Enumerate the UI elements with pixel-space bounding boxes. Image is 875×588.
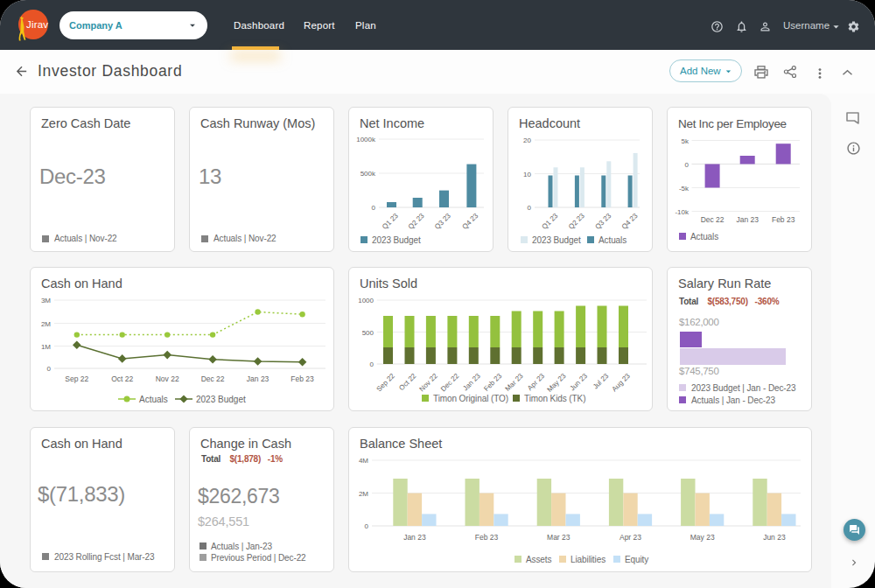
svg-text:Q2 23: Q2 23 — [407, 212, 426, 231]
svg-text:Q1 23: Q1 23 — [541, 212, 560, 231]
svg-text:Apr 23: Apr 23 — [526, 372, 546, 392]
svg-text:0: 0 — [685, 161, 690, 169]
svg-text:Feb 23: Feb 23 — [772, 215, 795, 224]
svg-text:Aug 23: Aug 23 — [611, 372, 633, 394]
svg-text:Q1 23: Q1 23 — [381, 212, 400, 231]
svg-text:Jul 23: Jul 23 — [592, 372, 611, 391]
svg-text:Feb 23: Feb 23 — [475, 533, 499, 542]
svg-text:1000k: 1000k — [356, 136, 376, 144]
svg-text:Dec 22: Dec 22 — [701, 215, 724, 224]
svg-text:Nov 22: Nov 22 — [156, 374, 179, 383]
svg-text:0: 0 — [372, 204, 376, 212]
svg-text:Dec 22: Dec 22 — [439, 372, 461, 394]
svg-text:Sep 22: Sep 22 — [65, 374, 88, 383]
svg-text:Liabilities: Liabilities — [570, 555, 606, 564]
svg-text:1000: 1000 — [358, 297, 374, 304]
svg-text:Jan 23: Jan 23 — [403, 533, 426, 542]
svg-text:Actuals: Actuals — [598, 235, 626, 245]
svg-text:Q4 23: Q4 23 — [620, 212, 640, 231]
svg-text:Feb 23: Feb 23 — [482, 372, 503, 393]
svg-text:-10k: -10k — [675, 208, 690, 216]
svg-text:Q4 23: Q4 23 — [461, 212, 480, 231]
svg-text:20: 20 — [523, 136, 531, 144]
svg-text:Timon Original (TO): Timon Original (TO) — [433, 394, 508, 403]
svg-text:4M: 4M — [359, 457, 368, 465]
svg-text:Oct 22: Oct 22 — [111, 374, 133, 383]
svg-text:2023 Budget: 2023 Budget — [372, 235, 421, 245]
svg-text:2023 Budget: 2023 Budget — [532, 235, 581, 245]
svg-text:May 23: May 23 — [546, 372, 568, 394]
svg-text:-5k: -5k — [679, 185, 690, 192]
svg-text:Oct 22: Oct 22 — [397, 372, 417, 392]
svg-text:Assets: Assets — [526, 555, 552, 564]
svg-text:Actuals: Actuals — [139, 395, 168, 404]
svg-text:Feb 23: Feb 23 — [290, 374, 314, 383]
svg-text:Jun 23: Jun 23 — [569, 372, 590, 393]
svg-text:Jan 23: Jan 23 — [247, 374, 270, 383]
svg-text:5k: 5k — [682, 137, 690, 145]
svg-text:Jan 23: Jan 23 — [461, 372, 482, 393]
svg-text:500k: 500k — [360, 170, 376, 178]
svg-text:0: 0 — [528, 204, 532, 212]
svg-text:Q3 23: Q3 23 — [433, 212, 452, 231]
svg-text:Equity: Equity — [625, 555, 648, 564]
svg-text:Mar 23: Mar 23 — [504, 372, 525, 393]
svg-text:Apr 23: Apr 23 — [620, 533, 641, 542]
svg-text:0: 0 — [365, 522, 369, 530]
svg-text:500: 500 — [362, 329, 374, 337]
svg-text:May 23: May 23 — [690, 533, 715, 542]
svg-text:2M: 2M — [359, 490, 368, 498]
svg-text:Jun 23: Jun 23 — [763, 533, 786, 542]
svg-text:10: 10 — [523, 171, 531, 178]
svg-text:0: 0 — [47, 365, 52, 373]
svg-text:Mar 23: Mar 23 — [547, 533, 570, 542]
svg-text:Dec 22: Dec 22 — [201, 374, 225, 383]
svg-text:Q3 23: Q3 23 — [593, 212, 612, 231]
svg-text:0: 0 — [370, 360, 374, 368]
svg-text:Sep 22: Sep 22 — [375, 372, 397, 394]
svg-text:Q2 23: Q2 23 — [567, 212, 586, 231]
svg-text:Nov 22: Nov 22 — [418, 372, 440, 394]
svg-text:Actuals: Actuals — [690, 232, 718, 242]
svg-text:3M: 3M — [41, 297, 51, 304]
svg-text:2M: 2M — [41, 320, 51, 328]
svg-text:1M: 1M — [41, 343, 51, 351]
svg-text:Timon Kids (TK): Timon Kids (TK) — [524, 394, 585, 403]
svg-text:2023 Budget: 2023 Budget — [196, 395, 246, 404]
svg-text:Jan 23: Jan 23 — [736, 215, 759, 224]
